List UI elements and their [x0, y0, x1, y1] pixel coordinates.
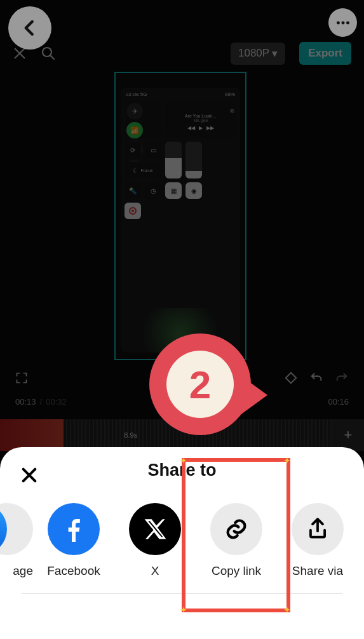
share-item-share-via[interactable]: Share via — [277, 503, 358, 578]
sheet-title: Share to — [147, 461, 216, 480]
share-item-copy-link[interactable]: Copy link — [196, 503, 277, 578]
tutorial-more-button[interactable] — [328, 8, 357, 37]
step-badge: 2 — [149, 333, 257, 441]
link-icon — [210, 503, 262, 555]
message-icon — [0, 503, 33, 555]
share-item-label: age — [13, 564, 33, 578]
facebook-icon — [48, 503, 100, 555]
share-icon — [292, 503, 344, 555]
share-item-label: Facebook — [47, 564, 100, 578]
sheet-close-button[interactable] — [20, 466, 38, 484]
svg-point-3 — [336, 21, 339, 24]
arrow-right-icon — [237, 373, 267, 417]
tutorial-back-button[interactable] — [8, 6, 51, 50]
share-item-label: Copy link — [212, 564, 261, 578]
share-sheet: Share to age Facebook X Copy link — [0, 447, 364, 639]
x-icon — [129, 503, 181, 555]
share-item-x[interactable]: X — [114, 503, 196, 578]
step-number: 2 — [189, 362, 211, 407]
share-item-label: X — [151, 564, 159, 578]
svg-point-4 — [341, 21, 344, 24]
share-item-facebook[interactable]: Facebook — [33, 503, 114, 578]
share-item-message[interactable]: age — [0, 503, 33, 578]
share-targets-row[interactable]: age Facebook X Copy link Share via — [0, 493, 364, 589]
share-item-label: Share via — [292, 564, 343, 578]
divider — [22, 593, 342, 594]
svg-point-5 — [346, 21, 349, 24]
